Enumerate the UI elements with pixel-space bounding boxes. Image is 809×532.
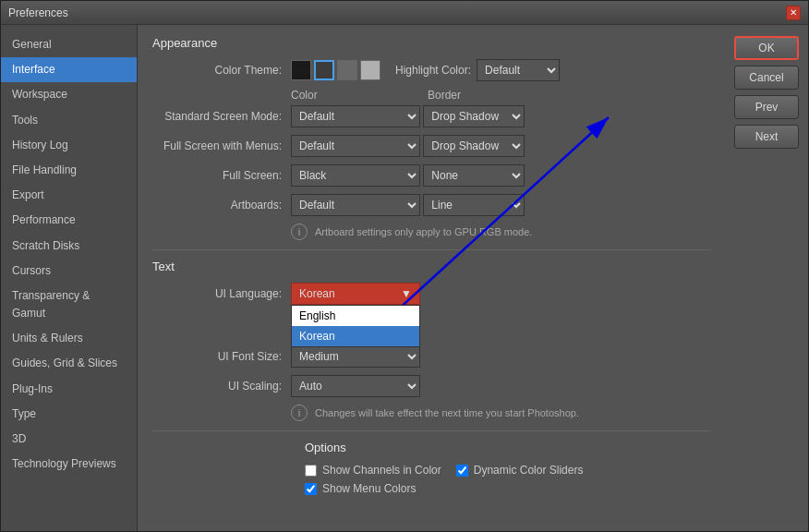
fullscreen-color-select[interactable]: Black bbox=[291, 164, 420, 187]
ui-language-dropdown-list: English Korean bbox=[291, 305, 420, 347]
sidebar-item-guides-grid-slices[interactable]: Guides, Grid & Slices bbox=[1, 351, 137, 376]
sidebar-item-performance[interactable]: Performance bbox=[1, 208, 137, 233]
next-button[interactable]: Next bbox=[734, 125, 799, 149]
fullscreen-menus-row: Full Screen with Menus: Default Drop Sha… bbox=[152, 135, 710, 157]
ui-scaling-label: UI Scaling: bbox=[152, 380, 291, 393]
right-buttons: OK Cancel Prev Next bbox=[725, 25, 808, 531]
show-menu-colors-item: Show Menu Colors bbox=[305, 482, 710, 495]
fullscreen-menus-label: Full Screen with Menus: bbox=[152, 139, 291, 152]
ui-scaling-select[interactable]: Auto 100% 200% bbox=[291, 375, 420, 397]
sidebar-item-tools[interactable]: Tools bbox=[1, 108, 137, 133]
artboards-label: Artboards: bbox=[152, 199, 291, 212]
highlight-color-container: Highlight Color: Default bbox=[395, 59, 560, 81]
show-menu-colors-checkbox[interactable] bbox=[305, 483, 317, 495]
sidebar: General Interface Workspace Tools Histor… bbox=[1, 25, 138, 531]
color-theme-row: Color Theme: Highlight Color: Default bbox=[152, 59, 710, 81]
highlight-color-select[interactable]: Default bbox=[477, 59, 560, 81]
fullscreen-menus-border-select[interactable]: Drop Shadow bbox=[423, 135, 525, 157]
artboard-note-text: Artboard settings only apply to GPU RGB … bbox=[315, 226, 532, 237]
ok-button[interactable]: OK bbox=[734, 36, 799, 60]
sidebar-item-history-log[interactable]: History Log bbox=[1, 133, 137, 158]
show-menu-colors-label: Show Menu Colors bbox=[322, 482, 416, 495]
sidebar-item-interface[interactable]: Interface bbox=[1, 57, 137, 82]
ui-font-size-label: UI Font Size: bbox=[152, 350, 291, 363]
close-button[interactable]: ✕ bbox=[786, 6, 801, 20]
show-channels-checkbox[interactable] bbox=[305, 465, 317, 477]
standard-screen-border-select[interactable]: Drop Shadow bbox=[423, 105, 525, 127]
sidebar-item-cursors[interactable]: Cursors bbox=[1, 259, 137, 284]
column-headers: Color Border bbox=[291, 89, 710, 102]
sidebar-item-scratch-disks[interactable]: Scratch Disks bbox=[1, 234, 137, 259]
appearance-section-header: Appearance bbox=[152, 36, 710, 50]
sidebar-item-workspace[interactable]: Workspace bbox=[1, 82, 137, 107]
title-bar: Preferences ✕ bbox=[1, 1, 808, 25]
standard-screen-color-select[interactable]: Default bbox=[291, 105, 420, 127]
show-channels-label: Show Channels in Color bbox=[322, 464, 441, 477]
options-row-2: Show Menu Colors bbox=[152, 482, 710, 495]
sidebar-item-units-rulers[interactable]: Units & Rulers bbox=[1, 326, 137, 351]
dynamic-sliders-item: Dynamic Color Sliders bbox=[456, 464, 584, 477]
ui-language-label: UI Language: bbox=[152, 287, 291, 300]
text-section-header: Text bbox=[152, 260, 710, 273]
ui-scaling-row: UI Scaling: Auto 100% 200% bbox=[152, 375, 710, 397]
preferences-window: Preferences ✕ General Interface Workspac… bbox=[0, 0, 809, 532]
theme-black[interactable] bbox=[291, 60, 311, 80]
cancel-button[interactable]: Cancel bbox=[734, 66, 799, 90]
show-channels-item: Show Channels in Color bbox=[305, 464, 441, 477]
highlight-color-label: Highlight Color: bbox=[395, 64, 471, 77]
theme-dark[interactable] bbox=[314, 60, 334, 80]
info-icon: i bbox=[291, 224, 308, 240]
color-theme-label: Color Theme: bbox=[152, 64, 291, 77]
sidebar-item-export[interactable]: Export bbox=[1, 183, 137, 208]
ui-language-value: Korean bbox=[299, 287, 335, 300]
options-row-1: Show Channels in Color Dynamic Color Sli… bbox=[152, 464, 710, 477]
language-option-english[interactable]: English bbox=[292, 306, 419, 326]
artboards-color-select[interactable]: Default bbox=[291, 194, 420, 216]
sidebar-item-type[interactable]: Type bbox=[1, 402, 137, 427]
standard-screen-row: Standard Screen Mode: Default Drop Shado… bbox=[152, 105, 710, 127]
ui-font-size-row: UI Font Size: Small Medium Large bbox=[152, 345, 710, 368]
sidebar-item-general[interactable]: General bbox=[1, 32, 137, 57]
fullscreen-row: Full Screen: Black None bbox=[152, 164, 710, 187]
sidebar-item-plug-ins[interactable]: Plug-Ins bbox=[1, 377, 137, 402]
sidebar-item-3d[interactable]: 3D bbox=[1, 427, 137, 452]
dropdown-arrow-icon: ▼ bbox=[401, 287, 412, 300]
ui-language-row: UI Language: Korean ▼ English Korean bbox=[152, 283, 710, 305]
ui-font-size-select[interactable]: Small Medium Large bbox=[291, 345, 420, 368]
fullscreen-label: Full Screen: bbox=[152, 169, 291, 182]
language-option-korean[interactable]: Korean bbox=[292, 326, 419, 346]
section-divider-1 bbox=[152, 249, 710, 250]
color-theme-selector bbox=[291, 60, 380, 80]
artboards-row: Artboards: Default Line bbox=[152, 194, 710, 216]
artboards-border-select[interactable]: Line bbox=[423, 194, 525, 216]
info-icon-2: i bbox=[291, 405, 308, 421]
options-section-header: Options bbox=[152, 441, 710, 454]
window-title: Preferences bbox=[8, 6, 68, 19]
changes-note: i Changes will take effect the next time… bbox=[291, 405, 710, 421]
dynamic-sliders-checkbox[interactable] bbox=[456, 465, 468, 477]
dynamic-sliders-label: Dynamic Color Sliders bbox=[474, 464, 584, 477]
fullscreen-menus-color-select[interactable]: Default bbox=[291, 135, 420, 157]
theme-medium[interactable] bbox=[337, 60, 357, 80]
ui-language-trigger[interactable]: Korean ▼ bbox=[291, 283, 420, 305]
sidebar-item-file-handling[interactable]: File Handling bbox=[1, 158, 137, 183]
artboard-note: i Artboard settings only apply to GPU RG… bbox=[291, 224, 710, 240]
fullscreen-border-select[interactable]: None bbox=[423, 164, 525, 187]
sidebar-item-technology-previews[interactable]: Technology Previews bbox=[1, 452, 137, 477]
theme-light[interactable] bbox=[360, 60, 380, 80]
col-header-border: Border bbox=[428, 89, 538, 102]
main-content: General Interface Workspace Tools Histor… bbox=[1, 25, 808, 531]
col-header-color: Color bbox=[291, 89, 428, 102]
standard-screen-label: Standard Screen Mode: bbox=[152, 110, 291, 123]
content-panel: Appearance Color Theme: Highlight Color:… bbox=[138, 25, 725, 531]
options-section: Options Show Channels in Color Dynamic C… bbox=[152, 430, 710, 495]
changes-note-text: Changes will take effect the next time y… bbox=[315, 407, 579, 418]
prev-button[interactable]: Prev bbox=[734, 95, 799, 119]
ui-language-dropdown-container: Korean ▼ English Korean bbox=[291, 283, 420, 305]
sidebar-item-transparency-gamut[interactable]: Transparency & Gamut bbox=[1, 284, 137, 326]
